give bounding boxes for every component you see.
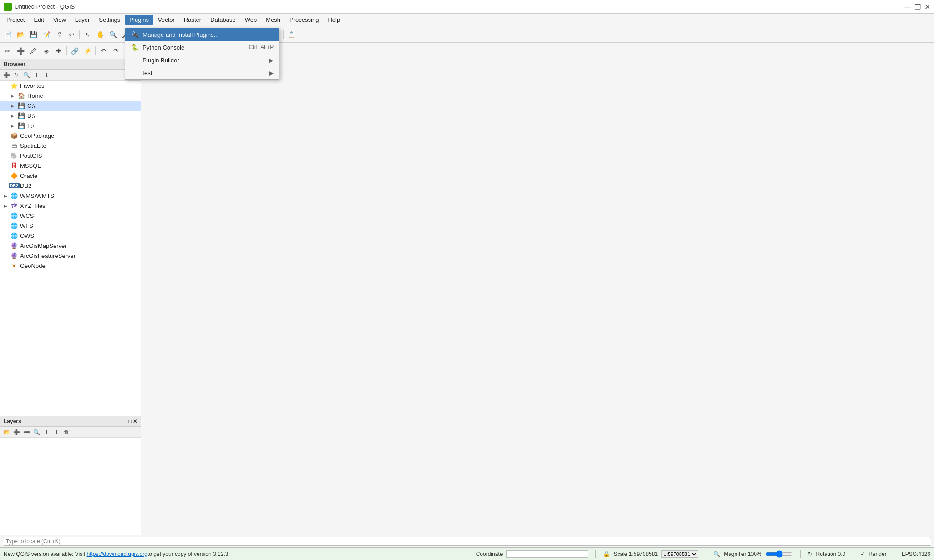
oracle-label: Oracle	[20, 172, 37, 179]
tree-arcgis-feature[interactable]: 🔮 ArcGisFeatureServer	[0, 251, 141, 261]
menu-mesh[interactable]: Mesh	[261, 15, 285, 25]
tree-wcs[interactable]: 🌐 WCS	[0, 211, 141, 221]
python-console-item[interactable]: 🐍 Python Console Ctrl+Alt+P	[125, 41, 279, 54]
menu-bar: Project Edit View Layer Settings Plugins…	[0, 14, 934, 26]
tree-c-drive[interactable]: ▶ 💾 C:\	[0, 101, 141, 111]
toolbar-sep1	[79, 30, 80, 39]
svg-marker-0	[5, 4, 11, 9]
expand-favorites	[2, 82, 9, 89]
menu-project[interactable]: Project	[2, 15, 29, 25]
magnifier-label: Magnifier 100%	[724, 551, 761, 557]
layers-add-btn[interactable]: ➕	[12, 428, 21, 437]
layers-remove-btn[interactable]: ➖	[22, 428, 31, 437]
toggle-editing-btn[interactable]: ✏	[2, 45, 14, 57]
tree-f-drive[interactable]: ▶ 💾 F:\	[0, 121, 141, 131]
tree-xyz[interactable]: ▶ 🗺 XYZ Tiles	[0, 201, 141, 211]
undo-btn[interactable]: ↩	[66, 29, 77, 40]
print-btn[interactable]: 🖨	[53, 29, 65, 40]
menu-settings[interactable]: Settings	[94, 15, 125, 25]
menu-web[interactable]: Web	[240, 15, 262, 25]
minimize-button[interactable]: —	[904, 2, 911, 11]
tree-wfs[interactable]: 🌐 WFS	[0, 221, 141, 231]
status-bar: New QGIS version available: Visit https:…	[0, 547, 934, 560]
tree-arcgis-map[interactable]: 🔮 ArcGisMapServer	[0, 241, 141, 251]
save-project-btn[interactable]: 💾	[27, 29, 39, 40]
browser-refresh-btn[interactable]: ↻	[12, 71, 21, 80]
zoom-in-btn[interactable]: 🔍	[107, 29, 119, 40]
tree-postgis[interactable]: 🐘 PostGIS	[0, 151, 141, 161]
tree-oracle[interactable]: 🔶 Oracle	[0, 171, 141, 181]
toolbar-sep5	[283, 30, 284, 39]
menu-view[interactable]: View	[49, 15, 71, 25]
layer-diagram-btn[interactable]: 📋	[285, 29, 297, 40]
expand-wms: ▶	[2, 192, 9, 199]
new-project-btn[interactable]: 📄	[2, 29, 14, 40]
browser-properties-btn[interactable]: ℹ	[42, 71, 51, 80]
tree-geonode[interactable]: ☀ GeoNode	[0, 261, 141, 271]
tree-ows[interactable]: 🌐 OWS	[0, 231, 141, 241]
layers-panel-close[interactable]: ✕	[133, 419, 137, 424]
test-icon	[131, 69, 139, 77]
maximize-button[interactable]: ❐	[914, 2, 921, 11]
locate-input[interactable]	[3, 537, 931, 546]
layers-open-btn[interactable]: 📂	[2, 428, 11, 437]
pan-btn[interactable]: ✋	[94, 29, 106, 40]
menu-edit[interactable]: Edit	[29, 15, 48, 25]
title-buttons: — ❐ ✕	[904, 2, 930, 11]
map-area[interactable]	[141, 59, 934, 535]
layers-panel-collapse[interactable]: □	[128, 419, 132, 424]
open-project-btn[interactable]: 📂	[15, 29, 26, 40]
tree-mssql[interactable]: 🗄 MSSQL	[0, 161, 141, 171]
tree-wms[interactable]: ▶ 🌐 WMS/WMTS	[0, 191, 141, 201]
close-button[interactable]: ✕	[924, 2, 930, 11]
node-tool-btn[interactable]: ◈	[40, 45, 52, 57]
magnifier-slider[interactable]	[766, 550, 793, 558]
browser-panel: Browser ➕ ↻ 🔍 ⬆ ℹ ⭐ Favorites ▶ 🏠	[0, 59, 141, 416]
move-feature-btn[interactable]: ✚	[53, 45, 65, 57]
layers-delete-btn[interactable]: 🗑	[62, 428, 71, 437]
layers-down-btn[interactable]: ⬇	[52, 428, 61, 437]
plugin-builder-item[interactable]: Plugin Builder ▶	[125, 54, 279, 66]
expand-xyz: ▶	[2, 202, 9, 209]
menu-vector[interactable]: Vector	[153, 15, 179, 25]
menu-raster[interactable]: Raster	[179, 15, 206, 25]
d-drive-icon: 💾	[17, 111, 25, 120]
tree-geopackage[interactable]: 📦 GeoPackage	[0, 131, 141, 141]
snap-layers-btn[interactable]: ⚡	[81, 45, 93, 57]
menu-layer[interactable]: Layer	[71, 15, 95, 25]
oracle-icon: 🔶	[10, 172, 18, 180]
c-drive-label: C:\	[27, 102, 35, 109]
menu-help[interactable]: Help	[323, 15, 345, 25]
save-as-btn[interactable]: 📝	[40, 29, 52, 40]
layers-up-btn[interactable]: ⬆	[42, 428, 51, 437]
add-feature-btn[interactable]: ➕	[15, 45, 26, 57]
tree-favorites[interactable]: ⭐ Favorites	[0, 81, 141, 91]
status-link[interactable]: https://download.qgis.org	[87, 551, 147, 557]
expand-arcfeature	[2, 252, 9, 259]
select-btn[interactable]: ↖	[81, 29, 93, 40]
digitize-btn[interactable]: 🖊	[27, 45, 39, 57]
test-item[interactable]: test ▶	[125, 66, 279, 79]
manage-plugins-item[interactable]: 🔌 Manage and Install Plugins...	[125, 28, 279, 41]
browser-filter-btn[interactable]: 🔍	[22, 71, 31, 80]
sidebar: Browser ➕ ↻ 🔍 ⬆ ℹ ⭐ Favorites ▶ 🏠	[0, 59, 141, 535]
menu-database[interactable]: Database	[206, 15, 240, 25]
tree-d-drive[interactable]: ▶ 💾 D:\	[0, 111, 141, 121]
wms-label: WMS/WMTS	[20, 192, 54, 199]
tree-spatialite[interactable]: 🗃 SpatiaLite	[0, 141, 141, 151]
tree-home[interactable]: ▶ 🏠 Home	[0, 91, 141, 101]
tree-db2[interactable]: DB2 DB2	[0, 181, 141, 191]
browser-collapse-btn[interactable]: ⬆	[32, 71, 41, 80]
coordinate-input[interactable]	[506, 550, 588, 558]
expand-postgis	[2, 152, 9, 159]
scale-select[interactable]: 1:59708581	[661, 550, 698, 558]
expand-ows	[2, 232, 9, 239]
undo-edit-btn[interactable]: ↶	[97, 45, 109, 57]
snapping-btn[interactable]: 🔗	[69, 45, 81, 57]
geonode-label: GeoNode	[20, 262, 46, 269]
layers-filter-btn[interactable]: 🔍	[32, 428, 41, 437]
menu-plugins[interactable]: Plugins	[125, 15, 153, 25]
redo-edit-btn[interactable]: ↷	[110, 45, 122, 57]
menu-processing[interactable]: Processing	[285, 15, 323, 25]
browser-add-btn[interactable]: ➕	[2, 71, 11, 80]
